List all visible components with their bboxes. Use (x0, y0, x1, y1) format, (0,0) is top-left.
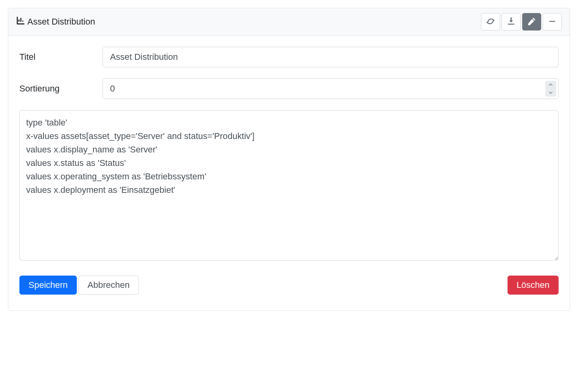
panel-header: Asset Distribution (8, 8, 570, 36)
panel-toolbar (479, 13, 562, 30)
download-icon (507, 17, 515, 27)
code-textarea[interactable] (19, 110, 559, 261)
edit-button[interactable] (522, 13, 541, 30)
chevron-down-icon[interactable] (545, 89, 556, 97)
widget-panel: Asset Distribution (8, 8, 570, 311)
panel-title-text: Asset Distribution (27, 17, 95, 27)
chart-bar-icon (16, 16, 25, 27)
chevron-up-icon[interactable] (545, 81, 556, 89)
svg-rect-0 (549, 21, 555, 22)
sort-row: Sortierung (19, 78, 559, 99)
collapse-button[interactable] (543, 13, 562, 30)
save-button[interactable]: Speichern (19, 276, 77, 295)
button-row: Speichern Abbrechen Löschen (19, 276, 559, 295)
title-row: Titel (19, 47, 559, 67)
panel-body: Titel Sortierung Speichern (8, 36, 570, 310)
refresh-button[interactable] (481, 13, 500, 30)
panel-title: Asset Distribution (16, 16, 95, 27)
title-label: Titel (19, 52, 103, 62)
refresh-icon (487, 17, 494, 27)
pencil-icon (528, 17, 536, 27)
sort-label: Sortierung (19, 84, 103, 94)
minus-icon (548, 17, 556, 27)
cancel-button[interactable]: Abbrechen (78, 276, 139, 295)
download-button[interactable] (502, 13, 521, 30)
number-stepper[interactable] (545, 81, 556, 97)
title-input[interactable] (103, 47, 559, 67)
delete-button[interactable]: Löschen (508, 276, 559, 295)
sort-input[interactable] (103, 78, 559, 99)
